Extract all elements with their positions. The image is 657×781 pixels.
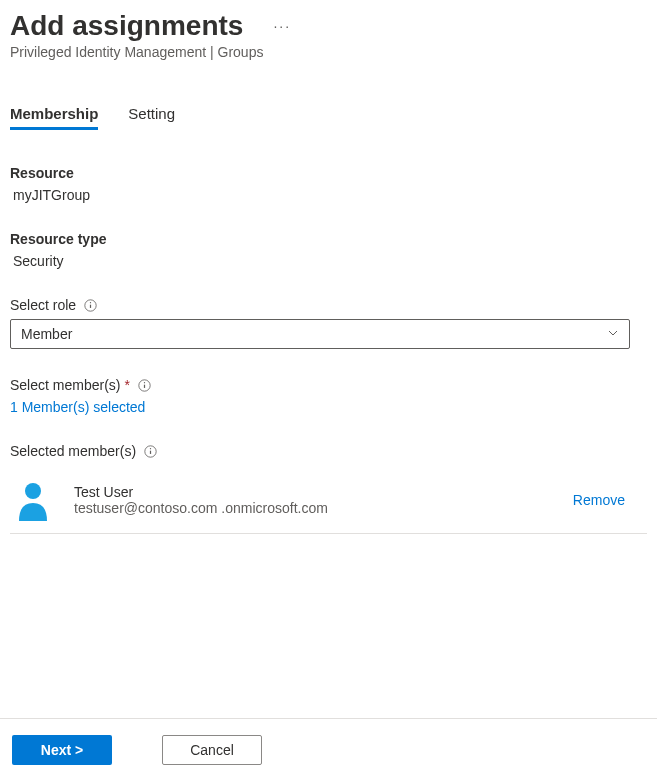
svg-point-5 — [144, 382, 145, 383]
footer: Next > Cancel — [0, 718, 657, 781]
svg-point-9 — [25, 483, 41, 499]
breadcrumb: Privileged Identity Management | Groups — [10, 44, 647, 60]
select-role-label: Select role — [10, 297, 647, 313]
member-name: Test User — [74, 484, 573, 500]
selected-members-label: Selected member(s) — [10, 443, 647, 459]
info-icon[interactable] — [144, 445, 157, 458]
tab-setting[interactable]: Setting — [128, 100, 175, 130]
resource-field-group: Resource myJITGroup — [10, 165, 647, 203]
resource-value: myJITGroup — [10, 187, 647, 203]
select-role-dropdown[interactable]: Member — [10, 319, 630, 349]
tab-membership[interactable]: Membership — [10, 100, 98, 130]
resource-type-value: Security — [10, 253, 647, 269]
remove-link[interactable]: Remove — [573, 492, 645, 508]
info-icon[interactable] — [84, 299, 97, 312]
svg-point-2 — [90, 302, 91, 303]
required-indicator: * — [124, 377, 129, 393]
page-title: Add assignments — [10, 10, 243, 42]
more-icon[interactable]: ··· — [273, 18, 291, 34]
member-row: Test User testuser@contoso.com .onmicros… — [10, 467, 647, 534]
resource-type-label: Resource type — [10, 231, 647, 247]
resource-label: Resource — [10, 165, 647, 181]
member-info: Test User testuser@contoso.com .onmicros… — [74, 484, 573, 516]
svg-point-8 — [150, 448, 151, 449]
members-list: Test User testuser@contoso.com .onmicros… — [10, 467, 647, 534]
selected-members-field-group: Selected member(s) Test User testuser@co… — [10, 443, 647, 534]
chevron-down-icon — [607, 326, 619, 342]
members-selected-link[interactable]: 1 Member(s) selected — [10, 399, 647, 415]
tabs: Membership Setting — [0, 100, 657, 130]
avatar — [12, 479, 54, 521]
resource-type-field-group: Resource type Security — [10, 231, 647, 269]
select-members-field-group: Select member(s) * 1 Member(s) selected — [10, 377, 647, 415]
member-email: testuser@contoso.com .onmicrosoft.com — [74, 500, 573, 516]
cancel-button[interactable]: Cancel — [162, 735, 262, 765]
select-role-value: Member — [21, 326, 72, 342]
select-role-field-group: Select role Member — [10, 297, 647, 349]
select-members-label: Select member(s) * — [10, 377, 647, 393]
info-icon[interactable] — [138, 379, 151, 392]
next-button[interactable]: Next > — [12, 735, 112, 765]
